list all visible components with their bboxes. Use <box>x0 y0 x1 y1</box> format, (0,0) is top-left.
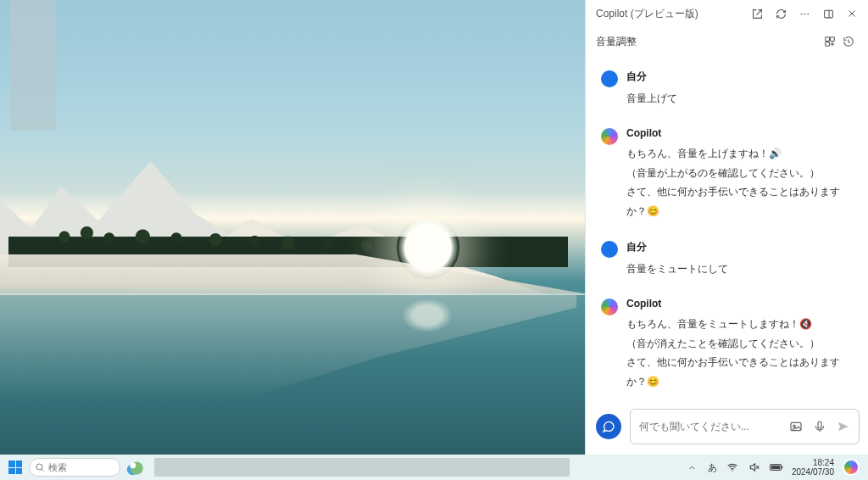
widgets-icon <box>125 458 144 477</box>
close-icon[interactable] <box>843 4 861 23</box>
message-text: 音量上げて <box>626 89 853 109</box>
wifi-icon[interactable] <box>726 460 739 474</box>
input-row <box>586 404 868 455</box>
search-icon <box>35 462 45 472</box>
ime-indicator[interactable]: あ <box>708 461 717 474</box>
user-avatar-icon <box>601 241 618 258</box>
refresh-icon[interactable] <box>771 4 790 23</box>
dock-icon[interactable] <box>819 4 837 23</box>
wallpaper-water <box>0 295 585 455</box>
chat-scroll[interactable]: 自分音量上げてCopilotもちろん、音量を上げますね！🔊（音量が上がるのを確認… <box>586 56 868 404</box>
taskbar: 検索 あ 18:24 2024/07/30 <box>0 455 868 480</box>
taskbar-search[interactable]: 検索 <box>29 458 120 477</box>
svg-rect-4 <box>826 37 830 42</box>
svg-point-0 <box>800 13 802 14</box>
taskbar-widgets[interactable] <box>124 457 146 477</box>
svg-point-10 <box>36 464 42 470</box>
start-button[interactable] <box>5 457 25 477</box>
svg-rect-6 <box>826 42 830 47</box>
chat-message-copilot: Copilotもちろん、音量を上げますね！🔊（音量が上がるのを確認してください。… <box>601 127 853 221</box>
mic-icon[interactable] <box>810 416 830 437</box>
more-icon[interactable] <box>795 4 814 23</box>
clock-date: 2024/07/30 <box>792 467 834 477</box>
taskbar-clock[interactable]: 18:24 2024/07/30 <box>792 458 834 477</box>
image-input-icon[interactable] <box>786 416 806 437</box>
copilot-panel: Copilot (プレビュー版) 音量調整 自分音量上げてCopilotもちろん… <box>585 0 868 455</box>
message-text: 音量をミュートにして <box>626 260 853 279</box>
system-tray: あ 18:24 2024/07/30 <box>686 458 863 477</box>
message-text: もちろん、音量をミュートしますね！🔇（音が消えたことを確認してください。）さて、… <box>626 315 853 392</box>
sender-name: Copilot <box>626 127 853 139</box>
windows-logo-icon <box>8 460 22 474</box>
volume-muted-icon[interactable] <box>748 460 761 474</box>
svg-rect-5 <box>831 37 835 42</box>
open-external-icon[interactable] <box>748 4 766 23</box>
battery-icon[interactable] <box>770 460 783 474</box>
wallpaper-sun <box>397 216 459 279</box>
chat-message-copilot: Copilotもちろん、音量をミュートしますね！🔇（音が消えたことを確認してくだ… <box>601 298 853 392</box>
copilot-taskbar-icon[interactable] <box>843 459 860 476</box>
copilot-avatar-icon <box>601 128 618 145</box>
svg-point-1 <box>804 13 805 14</box>
history-icon[interactable] <box>839 32 858 51</box>
taskbar-app-area <box>154 458 570 477</box>
sender-name: Copilot <box>626 298 853 310</box>
overlay-strip <box>10 0 56 131</box>
sender-name: 自分 <box>626 70 853 84</box>
plugins-icon[interactable] <box>821 32 839 51</box>
svg-point-11 <box>732 471 732 472</box>
svg-point-2 <box>807 13 809 14</box>
chat-input[interactable] <box>639 421 782 433</box>
svg-rect-14 <box>782 466 782 469</box>
chat-input-box[interactable] <box>630 409 860 444</box>
panel-title: Copilot (プレビュー版) <box>596 7 743 21</box>
panel-header: Copilot (プレビュー版) <box>586 0 868 27</box>
sender-name: 自分 <box>626 240 853 254</box>
new-topic-button[interactable] <box>596 414 621 439</box>
message-text: もちろん、音量を上げますね！🔊（音量が上がるのを確認してください。）さて、他に何… <box>626 144 853 221</box>
topic-title: 音量調整 <box>596 35 637 49</box>
user-avatar-icon <box>601 70 618 87</box>
svg-rect-13 <box>771 466 780 469</box>
tray-chevron-icon[interactable] <box>686 460 699 474</box>
send-icon[interactable] <box>833 416 854 437</box>
topic-row: 音量調整 <box>586 27 868 56</box>
clock-time: 18:24 <box>792 458 834 467</box>
taskbar-search-placeholder: 検索 <box>48 461 67 474</box>
svg-point-8 <box>793 425 796 427</box>
chat-message-user: 自分音量上げて <box>601 70 853 109</box>
chat-message-user: 自分音量をミュートにして <box>601 240 853 279</box>
svg-rect-9 <box>818 421 821 428</box>
copilot-avatar-icon <box>601 299 618 315</box>
